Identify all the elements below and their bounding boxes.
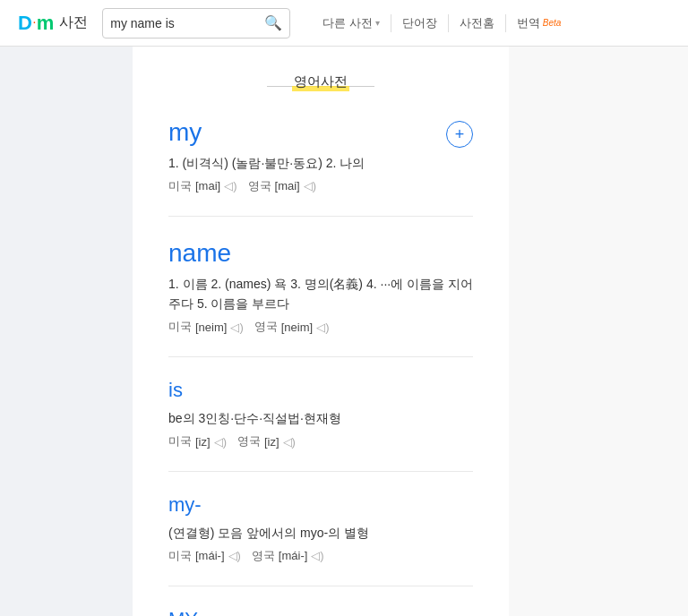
word-title-name[interactable]: name (168, 238, 231, 269)
word-title-my[interactable]: my (168, 117, 202, 148)
sound-icon-my--1[interactable]: ◁) (311, 549, 323, 562)
word-section-name: name1. 이름 2. (names) 욕 3. 명의(名義) 4. ···에… (168, 238, 473, 357)
dict-label-container: 영어사전 (294, 73, 348, 90)
add-button-my[interactable]: + (446, 121, 473, 148)
sound-icon-is-1[interactable]: ◁) (283, 435, 296, 449)
sound-icon-name-0[interactable]: ◁) (230, 321, 243, 334)
pron-label-1: 영국 (237, 433, 261, 449)
nav-dict-home-label: 사전홈 (460, 15, 494, 31)
main-container: 영어사전 my+1. (비격식) (놀람·불만·동요) 2. 나의미국[mai]… (0, 47, 688, 616)
word-title-my-[interactable]: my- (168, 493, 202, 517)
content-area: 영어사전 my+1. (비격식) (놀람·불만·동요) 2. 나의미국[mai]… (133, 47, 509, 616)
nav-item-translate[interactable]: 번역 Beta (506, 14, 572, 32)
word-section-MY: MY(국제 항공 약칭) Air Mali미국◁)영국◁) (168, 608, 473, 616)
word-def-name: 1. 이름 2. (names) 욕 3. 명의(名義) 4. ···에 이름을… (168, 274, 473, 314)
word-pron-is: 미국[iz]◁)영국[iz]◁) (168, 433, 473, 449)
pron-label-0: 미국 (168, 319, 192, 335)
word-def-is: be의 3인칭·단수·직설법·현재형 (168, 408, 473, 428)
sound-icon-my-1[interactable]: ◁) (304, 179, 316, 192)
sound-icon-is-0[interactable]: ◁) (214, 435, 227, 449)
word-header-MY: MY (168, 608, 473, 616)
pron-label-0: 미국 (168, 433, 192, 449)
word-header-name: name (168, 238, 473, 274)
logo: D · m 사전 (18, 12, 88, 35)
logo-dot: · (33, 18, 36, 28)
pron-group-0: 미국[iz]◁) (168, 433, 227, 449)
search-bar: 🔍 (102, 8, 290, 38)
logo-m: m (37, 12, 55, 35)
pron-text-1: [neim] (281, 321, 313, 334)
sidebar (0, 47, 133, 616)
pron-group-1: 영국[mai]◁) (248, 178, 317, 194)
sound-icon-my-0[interactable]: ◁) (224, 179, 236, 192)
word-title-is[interactable]: is (168, 379, 183, 402)
pron-label-1: 영국 (254, 319, 278, 335)
word-title-MY[interactable]: MY (168, 608, 198, 616)
word-header-my-: my- (168, 493, 473, 522)
pron-label-1: 영국 (252, 548, 275, 564)
pron-group-0: 미국[mái-]◁) (168, 548, 241, 564)
nav-beta-label: Beta (543, 18, 562, 28)
logo-daum: D · m (18, 12, 54, 35)
word-pron-my-: 미국[mái-]◁)영국[mái-]◁) (168, 548, 473, 564)
sound-icon-name-1[interactable]: ◁) (316, 321, 329, 334)
word-def-my: 1. (비격식) (놀람·불만·동요) 2. 나의 (168, 153, 473, 173)
nav-translate-label: 번역 (517, 15, 540, 31)
word-section-my: my+1. (비격식) (놀람·불만·동요) 2. 나의미국[mai]◁)영국[… (168, 117, 473, 217)
word-section-is: isbe의 3인칭·단수·직설법·현재형미국[iz]◁)영국[iz]◁) (168, 379, 473, 472)
word-section-my-: my-(연결형) 모음 앞에서의 myo-의 별형미국[mái-]◁)영국[má… (168, 493, 473, 586)
pron-text-0: [iz] (195, 435, 211, 449)
pron-group-0: 미국[neim]◁) (168, 319, 244, 335)
word-header-my: my+ (168, 117, 473, 153)
nav-arrow-icon: ▾ (375, 18, 380, 28)
pron-label-0: 미국 (168, 178, 192, 194)
pron-text-0: [mai] (195, 179, 220, 192)
pron-text-0: [mái-] (195, 549, 225, 562)
nav-wordbook-label: 단어장 (402, 15, 437, 31)
words-container: my+1. (비격식) (놀람·불만·동요) 2. 나의미국[mai]◁)영국[… (168, 117, 473, 616)
pron-group-1: 영국[neim]◁) (254, 319, 330, 335)
pron-text-1: [mai] (275, 179, 300, 192)
dict-label-text: 영어사전 (294, 73, 348, 90)
nav-items: 다른 사전 ▾ 단어장 사전홈 번역 Beta (312, 14, 572, 32)
word-pron-my: 미국[mai]◁)영국[mai]◁) (168, 178, 473, 194)
search-icon[interactable]: 🔍 (264, 14, 282, 31)
pron-text-1: [iz] (264, 435, 280, 449)
pron-label-1: 영국 (248, 178, 271, 194)
logo-sajon: 사전 (59, 13, 88, 32)
sound-icon-my--0[interactable]: ◁) (228, 549, 241, 562)
nav-item-dict-home[interactable]: 사전홈 (449, 14, 506, 32)
word-def-my-: (연결형) 모음 앞에서의 myo-의 별형 (168, 523, 473, 543)
nav-item-other-dict[interactable]: 다른 사전 ▾ (312, 14, 391, 32)
word-pron-name: 미국[neim]◁)영국[neim]◁) (168, 319, 473, 335)
header: D · m 사전 🔍 다른 사전 ▾ 단어장 사전홈 번역 Beta (0, 0, 688, 47)
search-input[interactable] (110, 16, 264, 30)
pron-text-1: [mái-] (279, 549, 308, 562)
pron-group-1: 영국[mái-]◁) (252, 548, 324, 564)
right-sidebar (509, 47, 688, 616)
nav-other-dict-label: 다른 사전 (322, 15, 373, 31)
pron-label-0: 미국 (168, 548, 192, 564)
nav-item-wordbook[interactable]: 단어장 (391, 14, 449, 32)
word-header-is: is (168, 379, 473, 407)
pron-text-0: [neim] (195, 321, 227, 334)
pron-group-0: 미국[mai]◁) (168, 178, 237, 194)
logo-d: D (18, 12, 32, 35)
pron-group-1: 영국[iz]◁) (237, 433, 296, 449)
